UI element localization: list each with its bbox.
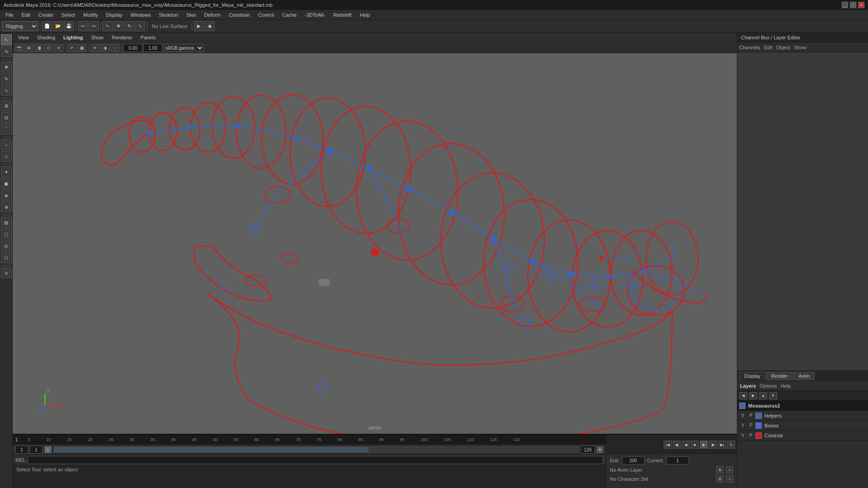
vp-menu-renderer[interactable]: Renderer — [108, 34, 136, 41]
maximize-button[interactable]: □ — [850, 2, 856, 8]
vp-hud-btn[interactable]: ▦ — [77, 44, 86, 52]
menu-3dtoall[interactable]: -3DToAll- — [301, 11, 329, 19]
vp-wire-btn[interactable]: ⬡ — [44, 44, 53, 52]
layer-row-bones[interactable]: V P Bones — [737, 421, 868, 431]
vp-val2-input[interactable] — [143, 44, 162, 52]
time-ruler[interactable]: 1 5 10 15 20 25 30 35 40 45 50 55 60 65 — [13, 435, 606, 445]
open-file-button[interactable]: 📂 — [53, 21, 63, 31]
viewport[interactable]: View Shading Lighting Show Renderer Pane… — [13, 33, 737, 434]
layer-scroll-right[interactable]: ▶ — [749, 392, 757, 399]
char-set-add-btn[interactable]: + — [726, 475, 733, 483]
mel-input[interactable] — [28, 456, 603, 464]
mode-selector[interactable]: Rigging Animation Modeling — [2, 21, 38, 31]
layer-row-controls[interactable]: V P Controls — [737, 431, 868, 441]
soft-select-left[interactable]: ○ — [1, 139, 12, 150]
go-start-button[interactable]: |◀ — [664, 441, 672, 449]
menu-cache[interactable]: Cache — [278, 11, 300, 19]
menu-create[interactable]: Create — [35, 11, 57, 19]
move-tool-left[interactable]: ✥ — [1, 61, 12, 72]
layer-scroll-up[interactable]: ▲ — [759, 392, 767, 399]
subtab-options[interactable]: Options — [760, 383, 777, 389]
current-frame-display[interactable] — [666, 456, 689, 465]
lasso-left[interactable]: ◇ — [1, 151, 12, 162]
select-tool-left[interactable]: ↖ — [1, 34, 12, 45]
skin-left[interactable]: ▣ — [1, 178, 12, 189]
close-button[interactable]: ✕ — [858, 2, 864, 8]
menu-skeleton[interactable]: Skeleton — [155, 11, 182, 19]
vp-val1-input[interactable] — [123, 44, 142, 52]
vp-layout-btn[interactable]: ⊞ — [24, 44, 33, 52]
show-left[interactable]: ▤ — [1, 217, 12, 228]
deform-left[interactable]: ◈ — [1, 190, 12, 201]
start-frame-input[interactable] — [15, 446, 28, 454]
minimize-button[interactable]: _ — [842, 2, 848, 8]
tab-channels[interactable]: Channels — [739, 45, 760, 50]
controls-v-toggle[interactable]: V — [739, 433, 746, 438]
menu-redshift[interactable]: Redshift — [330, 11, 355, 19]
paint-select-left[interactable]: ✎ — [1, 46, 12, 57]
bones-v-toggle[interactable]: V — [739, 423, 746, 428]
menu-edit[interactable]: Edit — [18, 11, 34, 19]
render-button[interactable]: ▶ — [194, 21, 204, 31]
wireframe-left[interactable]: ⬡ — [1, 252, 12, 263]
range-slider[interactable] — [53, 446, 579, 453]
vp-camera-btn[interactable]: 📷 — [14, 44, 24, 52]
redo-button[interactable]: ↪ — [89, 21, 99, 31]
vp-shade-btn[interactable]: ◨ — [34, 44, 43, 52]
snap-curve-left[interactable]: ⌒ — [1, 124, 12, 135]
rotate-tool-button[interactable]: ↻ — [124, 21, 134, 31]
menu-constrain[interactable]: Constrain — [225, 11, 254, 19]
snap-point-left[interactable]: ⊞ — [1, 100, 12, 111]
layer-tab-anim[interactable]: Anim — [793, 372, 815, 380]
anim-layer-add-btn[interactable]: + — [726, 466, 733, 474]
menu-control[interactable]: Control — [255, 11, 278, 19]
loop-button[interactable]: ↻ — [727, 441, 735, 449]
select-tool-button[interactable]: ↖ — [103, 21, 113, 31]
tab-show[interactable]: Show — [794, 45, 807, 50]
layer-row-helpers[interactable]: V P Helpers — [737, 411, 868, 421]
menu-windows[interactable]: Windows — [127, 11, 155, 19]
vp-menu-panels[interactable]: Panels — [137, 34, 160, 41]
helpers-v-toggle[interactable]: V — [739, 413, 746, 418]
scale-tool-left[interactable]: ⤡ — [1, 85, 12, 96]
scene-area[interactable]: X Y persp — [13, 53, 737, 434]
controls-p-toggle[interactable]: P — [747, 433, 755, 438]
layer-scroll-down[interactable]: ▼ — [769, 392, 777, 399]
play-forward-button[interactable]: ▶ — [700, 441, 708, 449]
subtab-layers[interactable]: Layers — [740, 383, 756, 389]
vp-menu-view[interactable]: View — [14, 34, 33, 41]
go-end-button[interactable]: ▶| — [718, 441, 726, 449]
menu-skin[interactable]: Skin — [183, 11, 199, 19]
play-back-button[interactable]: ◀ — [682, 441, 690, 449]
vp-grid-btn[interactable]: # — [67, 44, 76, 52]
vp-light-btn[interactable]: ☀ — [90, 44, 99, 52]
vp-menu-lighting[interactable]: Lighting — [60, 34, 86, 41]
vp-color-mode-select[interactable]: sRGB gamma Linear — [163, 44, 204, 52]
vp-ao-btn[interactable]: ○ — [110, 44, 119, 52]
step-forward-button[interactable]: |▶ — [709, 441, 717, 449]
move-tool-button[interactable]: ✥ — [113, 21, 123, 31]
vp-shadow-btn[interactable]: ◑ — [100, 44, 109, 52]
menu-deform[interactable]: Deform — [201, 11, 224, 19]
vp-xray-btn[interactable]: ✕ — [54, 44, 63, 52]
tab-edit[interactable]: Edit — [764, 45, 772, 50]
menu-file[interactable]: File — [2, 11, 17, 19]
scale-tool-button[interactable]: ⤡ — [135, 21, 145, 31]
save-file-button[interactable]: 💾 — [64, 21, 74, 31]
end-frame-input[interactable] — [580, 446, 595, 454]
vp-menu-shading[interactable]: Shading — [33, 34, 59, 41]
menu-display[interactable]: Display — [103, 11, 126, 19]
tab-object[interactable]: Object — [776, 45, 790, 50]
menu-help[interactable]: Help — [356, 11, 374, 19]
hide-left[interactable]: ▢ — [1, 229, 12, 239]
joint-left[interactable]: ✦ — [1, 166, 12, 177]
new-file-button[interactable]: 📄 — [42, 21, 52, 31]
layer-tab-render[interactable]: Render — [766, 372, 793, 380]
helpers-p-toggle[interactable]: P — [747, 413, 755, 418]
subtab-help[interactable]: Help — [780, 383, 791, 389]
snap-grid-left[interactable]: ⊟ — [1, 112, 12, 123]
step-back-button[interactable]: ◀| — [673, 441, 681, 449]
anim-layer-btn[interactable]: ⚙ — [716, 466, 723, 474]
misc-left[interactable]: ⊙ — [1, 267, 12, 278]
ipr-button[interactable]: ◉ — [205, 21, 215, 31]
